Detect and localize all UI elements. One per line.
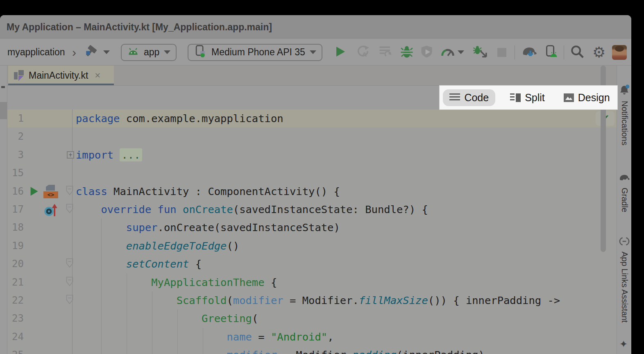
search-icon <box>570 45 584 60</box>
sidebar-item-app-links-assistant[interactable]: App Links Assistant <box>617 236 631 322</box>
code-text: setContent { <box>76 255 202 273</box>
run-icon <box>334 45 346 59</box>
close-icon[interactable]: × <box>95 70 100 81</box>
line-number[interactable]: 24 <box>10 328 24 346</box>
gemini-sparkle-icon[interactable]: ✦ <box>619 338 628 350</box>
module-selector[interactable]: app <box>121 39 177 66</box>
profiler-dropdown[interactable] <box>458 39 464 66</box>
code-editor[interactable]: 1package com.example.myapplication23+imp… <box>7 109 617 354</box>
line-number[interactable]: 25 <box>10 346 24 354</box>
device-manager-icon <box>544 45 558 60</box>
gradle-sync-button[interactable] <box>521 39 537 66</box>
build-button[interactable] <box>84 39 99 66</box>
code-line[interactable]: 20 setContent { <box>7 255 617 273</box>
device-selector-label: Medium Phone API 35 <box>211 47 305 58</box>
code-text: modifier = Modifier.padding(innerPadding… <box>76 346 485 354</box>
overrides-method-gutter-icon[interactable] <box>43 203 60 218</box>
line-number[interactable]: 3 <box>10 146 24 164</box>
gutter-separator <box>72 109 73 354</box>
code-text: enableEdgeToEdge() <box>76 237 239 255</box>
compose-preview-gutter-icon[interactable]: <> <box>43 185 58 198</box>
fold-marker-icon[interactable] <box>66 186 73 197</box>
unfold-marker-icon[interactable]: + <box>67 151 74 159</box>
tab-mainactivity[interactable]: MainActivity.kt × <box>8 66 114 85</box>
device-selector[interactable]: Medium Phone API 35 <box>188 39 322 66</box>
sidebar-item-notifications[interactable]: Notifications <box>617 84 631 145</box>
line-number[interactable]: 18 <box>10 218 24 236</box>
code-line[interactable]: 16<>class MainActivity : ComponentActivi… <box>7 182 617 200</box>
folded-imports-badge[interactable]: ... <box>120 148 142 161</box>
view-mode-split[interactable]: Split <box>506 89 549 106</box>
tool-stripe-handle-icon <box>1 86 5 88</box>
device-manager-button[interactable] <box>544 39 558 66</box>
settings-button[interactable]: ⚙ <box>592 39 605 66</box>
code-line[interactable]: 19 enableEdgeToEdge() <box>7 237 617 255</box>
fold-marker-icon[interactable] <box>66 258 73 270</box>
stop-icon <box>497 48 506 57</box>
code-line[interactable]: 17 override fun onCreate(savedInstanceSt… <box>7 200 617 218</box>
gradle-sync-icon <box>521 45 537 60</box>
editor-tab-bar: MainActivity.kt × ⋮ <box>7 66 617 86</box>
bell-icon <box>619 84 630 98</box>
android-studio-window: My Application – MainActivity.kt [My_App… <box>0 15 631 354</box>
code-text: override fun onCreate(savedInstanceState… <box>76 200 428 218</box>
code-text: Greeting( <box>76 309 258 327</box>
user-avatar[interactable] <box>612 39 627 66</box>
svg-text:A: A <box>362 51 367 58</box>
code-view-icon <box>449 93 460 102</box>
active-tab-underline <box>8 84 114 85</box>
code-line[interactable]: 3+import ... <box>7 146 617 164</box>
left-tool-stripe[interactable] <box>0 66 7 354</box>
code-line[interactable]: 2 <box>7 127 617 145</box>
build-dropdown[interactable] <box>103 39 110 66</box>
code-text: MyApplicationTheme { <box>76 273 277 291</box>
sidebar-item-gradle[interactable]: Gradle <box>617 173 631 212</box>
code-line[interactable]: 15 <box>7 164 617 182</box>
apply-changes-button: A <box>356 39 370 66</box>
line-number[interactable]: 1 <box>10 109 24 127</box>
line-number[interactable]: 16 <box>10 182 24 200</box>
debug-button[interactable] <box>401 39 413 66</box>
attach-debugger-button[interactable] <box>473 39 488 66</box>
debug-bug-icon <box>401 45 413 60</box>
code-line[interactable]: 23 Greeting( <box>7 309 617 327</box>
code-line[interactable]: 21 MyApplicationTheme { <box>7 273 617 291</box>
breadcrumb[interactable]: myapplication <box>7 39 65 66</box>
gradle-icon <box>618 173 630 184</box>
attach-debugger-icon <box>473 45 488 60</box>
code-line[interactable]: 25 modifier = Modifier.padding(innerPadd… <box>7 346 617 354</box>
avatar <box>612 45 627 60</box>
line-number[interactable]: 19 <box>10 237 24 255</box>
code-line[interactable]: 24 name = "Android", <box>7 328 617 346</box>
line-number[interactable]: 15 <box>10 164 24 182</box>
design-view-icon <box>564 93 574 102</box>
search-everywhere-button[interactable] <box>570 39 584 66</box>
line-number[interactable]: 2 <box>10 127 24 145</box>
run-button[interactable] <box>334 39 346 66</box>
line-number[interactable]: 21 <box>10 273 24 291</box>
fold-marker-icon[interactable] <box>66 204 73 215</box>
window-title: My Application – MainActivity.kt [My_App… <box>7 15 272 39</box>
toolbar-divider <box>564 45 564 59</box>
line-number[interactable]: 17 <box>10 200 24 218</box>
chevron-down-icon <box>164 50 170 54</box>
view-mode-code[interactable]: Code <box>443 89 495 106</box>
toolbar-divider <box>515 45 515 59</box>
code-line[interactable]: 22 Scaffold(modifier = Modifier.fillMaxS… <box>7 291 617 309</box>
profiler-gauge-button[interactable] <box>441 39 455 66</box>
line-number[interactable]: 20 <box>10 255 24 273</box>
run-gutter-icon[interactable] <box>29 186 39 198</box>
code-text: import ... <box>76 146 142 164</box>
view-mode-design[interactable]: Design <box>560 89 614 106</box>
apply-code-changes-icon <box>379 45 392 60</box>
line-number[interactable]: 22 <box>10 291 24 309</box>
code-text: name = "Android", <box>76 328 333 346</box>
chevron-down-icon <box>103 50 110 54</box>
profiler-shield-icon <box>421 45 434 60</box>
main-toolbar: › myapplication › <box>0 39 631 66</box>
line-number[interactable]: 23 <box>10 309 24 327</box>
code-line[interactable]: 18 super.onCreate(savedInstanceState) <box>7 218 617 236</box>
code-line[interactable]: 1package com.example.myapplication <box>7 109 617 127</box>
fold-marker-icon[interactable] <box>66 295 73 306</box>
fold-marker-icon[interactable] <box>66 277 73 288</box>
